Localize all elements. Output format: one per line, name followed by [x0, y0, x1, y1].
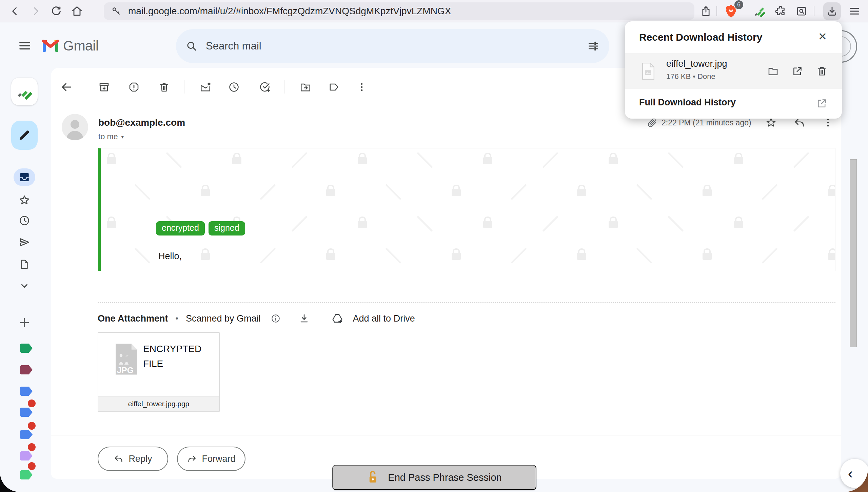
- compose-button[interactable]: [11, 121, 38, 150]
- message-timestamp: 2:22 PM (21 minutes ago): [662, 118, 751, 127]
- download-icon: [298, 313, 310, 324]
- add-to-drive-icon[interactable]: [330, 311, 345, 326]
- open-external-icon[interactable]: [815, 97, 829, 110]
- folder-move-icon: [299, 81, 312, 93]
- report-spam-button[interactable]: [127, 80, 141, 94]
- mark-unread-button[interactable]: [199, 80, 212, 94]
- home-button[interactable]: [68, 3, 85, 20]
- more-options-button[interactable]: [355, 80, 369, 94]
- delete-button[interactable]: [157, 80, 171, 94]
- brave-shields-button[interactable]: 6: [722, 2, 740, 20]
- pencil-icon: [17, 128, 32, 142]
- attachment-divider: [98, 302, 835, 303]
- url-bar[interactable]: mail.google.com/mail/u/2/#inbox/FMfcgzQd…: [104, 2, 694, 20]
- sidebar-label-2[interactable]: [20, 365, 33, 374]
- sidebar-label-4[interactable]: [20, 408, 33, 417]
- sidebar-item-snoozed[interactable]: [18, 214, 31, 227]
- end-passphrase-session-button[interactable]: End Pass Phrase Session: [332, 465, 536, 490]
- sidebar-item-starred[interactable]: [18, 194, 31, 207]
- jpg-file-icon: JPG: [114, 343, 139, 375]
- full-download-history-link[interactable]: Full Download History: [639, 97, 736, 108]
- close-popup-button[interactable]: ✕: [815, 29, 830, 44]
- sidebar-item-drafts[interactable]: [18, 258, 31, 271]
- move-to-button[interactable]: [299, 80, 312, 94]
- arrow-left-icon: [60, 81, 73, 94]
- add-all-to-drive-label[interactable]: Add all to Drive: [353, 313, 415, 324]
- encrypted-badge: encrypted: [156, 221, 205, 235]
- sidebar-label-3[interactable]: [20, 387, 33, 396]
- svg-text:JPG: JPG: [117, 366, 134, 375]
- info-icon[interactable]: [268, 311, 283, 326]
- scanned-label: Scanned by Gmail: [186, 313, 261, 324]
- gmail-menu-button[interactable]: [16, 37, 33, 54]
- share-button[interactable]: [697, 2, 715, 20]
- attachment-filename: eiffel_tower.jpg.pgp: [98, 396, 219, 411]
- sidebar-label-1[interactable]: [20, 344, 33, 353]
- url-text: mail.google.com/mail/u/2/#inbox/FMfcgzQd…: [128, 6, 451, 17]
- gmail-m-icon: [42, 40, 59, 53]
- downloaded-file-icon: [641, 62, 655, 80]
- sidebar-label-6[interactable]: [20, 451, 33, 460]
- folder-icon: [767, 65, 779, 77]
- browser-menu-button[interactable]: [846, 2, 863, 20]
- open-external-icon: [792, 65, 803, 77]
- task-add-icon: [259, 81, 271, 93]
- download-history-popup: Recent Download History ✕ eiffel_tower.j…: [625, 21, 842, 119]
- sidebar-label-5[interactable]: [20, 430, 33, 439]
- sidebar-label-7[interactable]: [20, 470, 33, 479]
- snooze-button[interactable]: [227, 80, 241, 94]
- back-button[interactable]: [6, 3, 23, 20]
- sidebar-item-inbox[interactable]: [14, 168, 35, 186]
- document-icon: [19, 259, 30, 270]
- site-permissions-icon[interactable]: [111, 6, 121, 16]
- scrollbar-thumb[interactable]: [850, 159, 857, 347]
- flowcrypt-sidebar-card[interactable]: [11, 78, 38, 105]
- search-filters-icon[interactable]: [587, 40, 600, 53]
- forward-button[interactable]: [27, 3, 44, 20]
- download-all-button[interactable]: [297, 311, 312, 326]
- plus-icon: [18, 316, 31, 329]
- download-item-row[interactable]: eiffel_tower.jpg 176 KB • Done: [625, 53, 842, 89]
- reply-button[interactable]: Reply: [98, 447, 168, 471]
- popup-title: Recent Download History: [639, 32, 762, 43]
- flowcrypt-extension-button[interactable]: [751, 2, 768, 20]
- trash-icon: [158, 81, 170, 93]
- forward-arrow-icon: [187, 454, 197, 464]
- add-label-button[interactable]: [18, 316, 31, 329]
- labels-button[interactable]: [327, 80, 341, 94]
- search-input[interactable]: [206, 40, 579, 52]
- window-search-icon: [795, 5, 808, 17]
- sidebar-item-sent[interactable]: [18, 236, 31, 249]
- unlock-icon: [367, 470, 378, 485]
- extensions-button[interactable]: [772, 2, 789, 20]
- attachment-card[interactable]: JPG ENCRYPTED FILE eiffel_tower.jpg.pgp: [98, 332, 220, 412]
- label-notification-dot: [28, 443, 36, 451]
- hamburger-icon: [848, 5, 861, 17]
- label-icon: [328, 81, 340, 93]
- label-notification-dot: [28, 422, 36, 430]
- puzzle-icon: [774, 5, 787, 17]
- recipient-line[interactable]: to me ▾: [98, 132, 124, 141]
- sidebar-item-more[interactable]: [18, 279, 31, 292]
- shields-count-badge: 6: [734, 0, 744, 10]
- watermark-pattern: [101, 148, 835, 271]
- forward-button-mail[interactable]: Forward: [177, 447, 245, 471]
- download-icon: [826, 5, 838, 17]
- archive-button[interactable]: [97, 80, 111, 94]
- message-footer-divider: [51, 435, 841, 435]
- toolbar-separator: [814, 6, 814, 16]
- add-to-tasks-button[interactable]: [258, 80, 272, 94]
- search-bar[interactable]: [176, 29, 609, 63]
- sender-email: bob@example.com: [98, 117, 185, 128]
- open-file-button[interactable]: [791, 64, 804, 78]
- search-tabs-button[interactable]: [793, 2, 810, 20]
- show-in-folder-button[interactable]: [766, 64, 780, 78]
- chevron-down-icon: [18, 280, 31, 292]
- downloads-button[interactable]: [823, 2, 841, 20]
- gmail-logo[interactable]: Gmail: [42, 38, 99, 54]
- sender-avatar: [62, 114, 88, 140]
- reload-button[interactable]: [48, 3, 65, 20]
- back-to-inbox-button[interactable]: [60, 80, 73, 94]
- attachment-label-line2: FILE: [143, 358, 163, 369]
- delete-download-button[interactable]: [815, 64, 829, 78]
